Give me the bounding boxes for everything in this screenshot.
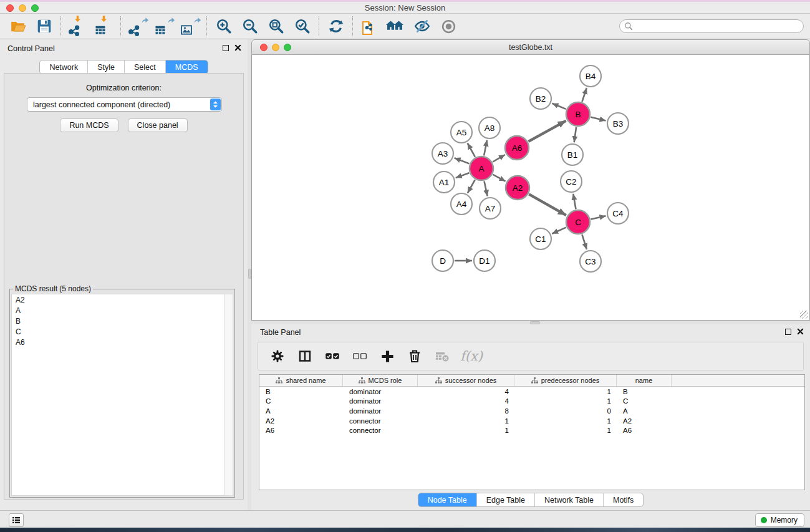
mcds-result-item[interactable]: B [12, 316, 224, 326]
export-table-button[interactable] [151, 15, 177, 37]
delete-table-button[interactable] [433, 347, 451, 365]
mcds-list-scrollbar[interactable] [224, 294, 233, 496]
memory-button[interactable]: Memory [755, 513, 804, 527]
show-columns-button[interactable] [296, 347, 314, 365]
home-panels-button[interactable] [383, 15, 409, 37]
graph-node-C1[interactable]: C1 [530, 228, 551, 249]
table-cell[interactable]: 4 [418, 388, 514, 395]
table-cell[interactable]: 1 [418, 417, 514, 425]
table-row[interactable]: Bdominator41B [259, 387, 804, 397]
graph-node-A8[interactable]: A8 [479, 117, 500, 138]
column-header-successor-nodes[interactable]: successor nodes [418, 375, 514, 386]
table-row[interactable]: Cdominator41C [259, 397, 804, 407]
table-row[interactable]: Adominator80A [259, 406, 804, 416]
graph-edge-A-A4[interactable] [468, 180, 475, 193]
table-cell[interactable]: connector [343, 427, 418, 434]
graph-node-B4[interactable]: B4 [580, 65, 601, 87]
graph-node-D[interactable]: D [432, 250, 453, 271]
zoom-out-button[interactable] [237, 15, 263, 37]
graph-edge-B-B3[interactable] [591, 117, 605, 121]
table-cell[interactable]: 1 [514, 397, 617, 405]
graph-node-A4[interactable]: A4 [451, 193, 472, 215]
table-cell[interactable]: A6 [617, 427, 672, 434]
divider-grip[interactable] [248, 269, 251, 279]
select-all-button[interactable] [323, 347, 342, 365]
table-cell[interactable]: C [259, 397, 343, 405]
function-builder-button[interactable]: f(x) [460, 349, 483, 364]
graph-node-B2[interactable]: B2 [530, 88, 551, 109]
table-cell[interactable]: B [259, 388, 343, 395]
add-column-button[interactable] [378, 347, 397, 365]
column-header-name[interactable]: name [617, 375, 672, 386]
mcds-result-item[interactable]: A6 [12, 337, 224, 347]
graph-edge-A-A3[interactable] [455, 158, 470, 163]
graph-edge-C-C4[interactable] [591, 216, 606, 219]
tab-node-table[interactable]: Node Table [418, 493, 476, 506]
mcds-result-item[interactable]: C [12, 326, 224, 337]
birds-eye-view-button[interactable] [435, 15, 461, 37]
table-cell[interactable]: 1 [514, 388, 617, 395]
table-cell[interactable]: 1 [418, 427, 514, 434]
close-panel-icon[interactable] [797, 328, 804, 335]
tab-network-table[interactable]: Network Table [534, 493, 603, 506]
table-cell[interactable]: 1 [514, 417, 617, 425]
graph-node-A2[interactable]: A2 [506, 176, 529, 200]
task-history-button[interactable] [9, 513, 24, 527]
network-from-file-button[interactable] [357, 15, 383, 37]
tab-style[interactable]: Style [87, 60, 124, 74]
table-cell[interactable]: connector [343, 417, 418, 425]
hide-graphics-details-button[interactable] [409, 15, 435, 37]
import-table-button[interactable] [91, 15, 117, 37]
zoom-in-button[interactable] [211, 15, 237, 37]
table-cell[interactable]: 4 [418, 397, 514, 405]
column-header-shared-name[interactable]: shared name [259, 375, 343, 386]
tab-motifs[interactable]: Motifs [603, 493, 643, 506]
mcds-result-item[interactable]: A [12, 305, 224, 316]
export-network-button[interactable] [125, 15, 151, 37]
table-cell[interactable]: A [259, 407, 343, 415]
graph-node-C3[interactable]: C3 [580, 251, 601, 272]
table-cell[interactable]: 0 [514, 407, 617, 415]
float-panel-icon[interactable] [223, 45, 229, 51]
graph-edge-B-B4[interactable] [582, 88, 587, 102]
zoom-fit-button[interactable] [263, 15, 289, 37]
graph-edge-B-B2[interactable] [552, 104, 566, 109]
float-panel-icon[interactable] [785, 329, 791, 335]
close-panel-button[interactable]: Close panel [128, 118, 188, 132]
refresh-view-button[interactable] [323, 15, 349, 37]
graph-edge-A2-C[interactable] [529, 194, 566, 215]
graph-edge-A-A2[interactable] [493, 175, 506, 181]
graph-node-B3[interactable]: B3 [607, 113, 629, 134]
graph-node-A7[interactable]: A7 [480, 198, 501, 219]
import-network-button[interactable] [65, 15, 91, 37]
graph-edge-A-A1[interactable] [456, 173, 470, 178]
close-panel-icon[interactable] [234, 44, 241, 51]
criterion-select[interactable]: largest connected component (directed) [27, 97, 222, 112]
search-input[interactable] [619, 19, 804, 33]
graph-node-C4[interactable]: C4 [607, 203, 629, 224]
graph-node-A3[interactable]: A3 [432, 143, 453, 164]
run-mcds-button[interactable]: Run MCDS [60, 118, 118, 132]
graph-node-C2[interactable]: C2 [561, 171, 582, 192]
graph-edge-C-C3[interactable] [582, 235, 587, 249]
table-cell[interactable]: A2 [617, 417, 672, 425]
graph-node-A1[interactable]: A1 [433, 172, 455, 193]
graph-edge-B-B1[interactable] [574, 127, 576, 142]
graph-edge-C-C2[interactable] [573, 194, 576, 210]
table-cell[interactable]: C [617, 397, 672, 405]
tab-mcds[interactable]: MCDS [165, 60, 208, 74]
network-canvas[interactable]: B4B2BB3A8A5A6A3B1AC2A1A2A4A7C4CC1DD1C3 [251, 55, 810, 321]
table-cell[interactable]: 1 [514, 427, 617, 434]
graph-node-A[interactable]: A [470, 157, 493, 180]
table-cell[interactable]: B [617, 388, 672, 395]
delete-column-button[interactable] [405, 347, 424, 365]
graph-node-D1[interactable]: D1 [474, 250, 495, 271]
table-settings-button[interactable] [268, 347, 287, 365]
graph-node-A6[interactable]: A6 [505, 136, 529, 160]
table-cell[interactable]: 8 [418, 407, 514, 415]
column-header-MCDS-role[interactable]: MCDS role [343, 375, 418, 386]
graph-edge-A-A7[interactable] [485, 181, 488, 196]
table-row[interactable]: A6connector11A6 [259, 425, 804, 435]
graph-node-B1[interactable]: B1 [562, 144, 583, 165]
graph-edge-A-A6[interactable] [493, 155, 505, 162]
